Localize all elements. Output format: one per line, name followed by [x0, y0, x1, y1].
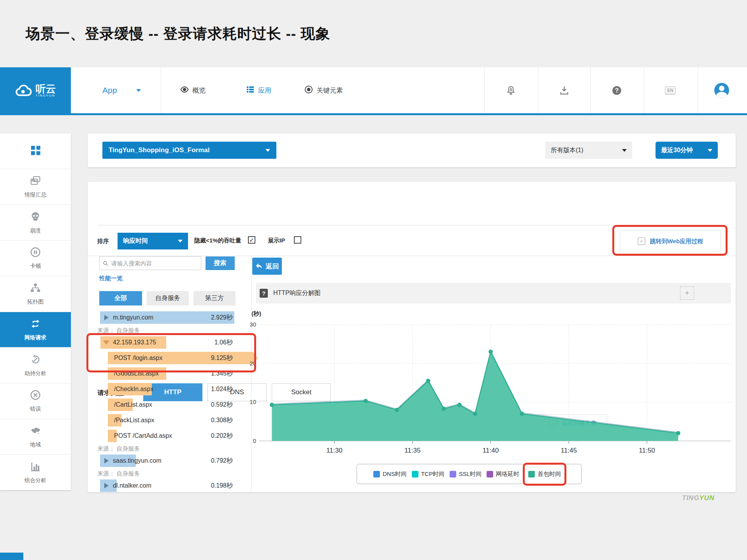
- sidebar: 情报汇总崩溃卡顿拓扑图网络请求劫持分析错误地域组合分析: [0, 133, 71, 490]
- sort-dropdown[interactable]: 响应时间: [118, 233, 188, 249]
- help-button[interactable]: ?: [609, 67, 624, 113]
- response-time-value: 0.592秒: [211, 401, 233, 409]
- sidebar-item-label: 崩溃: [30, 227, 41, 234]
- collapse-triangle-icon[interactable]: [103, 341, 109, 345]
- request-name: /CartList.aspx: [114, 401, 152, 408]
- legend-item-网络延时[interactable]: 网络延时: [487, 470, 519, 478]
- expand-triangle-icon[interactable]: [104, 483, 109, 488]
- app-selector-dropdown[interactable]: TingYun_Shopping_iOS_Formal: [102, 142, 276, 159]
- source-label: 来源： 自身服务: [97, 327, 236, 333]
- search-field[interactable]: [99, 256, 201, 270]
- back-button[interactable]: 返回: [252, 258, 282, 275]
- data-point-11:39: [473, 412, 477, 416]
- data-point-11:26: [270, 403, 274, 407]
- data-point-11:34: [395, 408, 399, 412]
- hide-throughput-checkbox[interactable]: ✓: [248, 236, 255, 244]
- request-name: saas.tingyun.com: [113, 457, 162, 464]
- chevron-down-icon: [178, 240, 183, 242]
- legend-item-SSL时间[interactable]: SSL时间: [450, 470, 482, 478]
- nav-item-label: 概览: [192, 86, 206, 95]
- legend-label: TCP时间: [421, 470, 445, 478]
- search-input[interactable]: [111, 260, 198, 267]
- sidebar-item-hijack-analysis[interactable]: 劫持分析: [0, 348, 71, 383]
- list-item--packlist-aspx[interactable]: /PackList.aspx0.308秒: [97, 414, 236, 427]
- area-first-packet-time: [272, 352, 678, 441]
- sidebar-item-network-request[interactable]: 网络请求: [0, 312, 71, 348]
- list-item-m-tingyun-com[interactable]: m.tingyun.com2.929秒: [97, 311, 236, 324]
- sidebar-item-label: 地域: [30, 441, 41, 448]
- nav-item-application[interactable]: 应用: [246, 67, 271, 113]
- divider: [97, 225, 726, 225]
- source-label: 来源： 自身服务: [97, 445, 236, 451]
- help-badge[interactable]: ?: [260, 289, 268, 298]
- hijack-icon: [30, 354, 41, 367]
- response-time-value: 2.929秒: [211, 314, 233, 322]
- sidebar-item-region[interactable]: 地域: [0, 419, 71, 455]
- show-ip-checkbox[interactable]: [294, 236, 301, 244]
- svg-text:A: A: [509, 87, 512, 91]
- sidebar-item-label: 错误: [30, 406, 41, 413]
- nav-item-overview[interactable]: 概览: [180, 67, 206, 113]
- app-menu[interactable]: App: [102, 67, 141, 113]
- page-title: 场景一、登录缓慢 -- 登录请求耗时过长 -- 现象: [26, 24, 330, 44]
- xtick-label-11:45: 11:45: [561, 447, 577, 454]
- windows-icon: [30, 175, 41, 188]
- scope-tab-1[interactable]: 自身服务: [147, 291, 189, 305]
- sidebar-item-crash[interactable]: 崩溃: [0, 205, 71, 241]
- download-icon: [559, 85, 569, 96]
- list-item--cartlist-aspx[interactable]: /CartList.aspx0.592秒: [97, 398, 236, 411]
- time-range-value: 最近30分钟: [661, 146, 693, 154]
- sidebar-item-dashboard-grid[interactable]: [0, 133, 71, 169]
- alerts-bell-button[interactable]: A: [503, 67, 519, 113]
- nav-divider: [590, 67, 591, 113]
- chevron-down-icon: [708, 149, 712, 152]
- search-button[interactable]: 搜索: [206, 256, 235, 270]
- expand-chart-button[interactable]: +: [680, 286, 694, 300]
- sidebar-item-label: 卡顿: [30, 263, 41, 270]
- list-item--checkin-aspx[interactable]: /CheckIn.aspx1.024秒: [97, 383, 236, 395]
- data-point-11:38: [457, 403, 462, 407]
- scope-tab-0[interactable]: 全部: [99, 291, 142, 305]
- jump-to-web-process-button[interactable]: + 跳转到Web应用过程: [620, 230, 721, 252]
- sidebar-item-intel-summary[interactable]: 情报汇总: [0, 169, 71, 205]
- language-button[interactable]: EN: [663, 67, 678, 113]
- list-item-saas-tingyun-com[interactable]: saas.tingyun.com0.792秒: [97, 455, 236, 467]
- svg-text:?: ?: [615, 87, 619, 94]
- download-button[interactable]: [556, 67, 572, 113]
- user-avatar[interactable]: [714, 67, 729, 113]
- chevron-down-icon: [136, 89, 141, 92]
- tingyun-logo[interactable]: 听云 TINGYUN: [0, 67, 71, 113]
- http-response-chart[interactable]: 0102030(秒)11:3011:3511:4011:4511:50: [234, 305, 734, 461]
- legend-item-TCP时间[interactable]: TCP时间: [412, 470, 445, 478]
- ytick-label-30: 30: [250, 321, 256, 328]
- sidebar-item-error[interactable]: 错误: [0, 383, 71, 419]
- time-range-dropdown[interactable]: 最近30分钟: [656, 142, 718, 159]
- legend-item-DNS时间[interactable]: DNS时间: [373, 470, 407, 478]
- legend-item-首包时间[interactable]: 首包时间: [528, 470, 561, 478]
- sidebar-item-lag[interactable]: 卡顿: [0, 241, 71, 276]
- list-item-dl-ntalker-com[interactable]: dl.ntalker.com0.198秒: [97, 479, 236, 492]
- sort-value: 响应时间: [123, 237, 148, 245]
- expand-triangle-icon[interactable]: [104, 458, 109, 463]
- legend-label: SSL时间: [459, 470, 482, 478]
- list-item-post-cartadd-aspx[interactable]: POST /CartAdd.aspx0.202秒: [97, 430, 236, 442]
- expand-triangle-icon[interactable]: [104, 315, 109, 320]
- legend-label: 网络延时: [496, 470, 519, 478]
- nav-item-key-elements[interactable]: 关键元素: [304, 67, 343, 113]
- sidebar-item-label: 劫持分析: [25, 370, 46, 377]
- version-selector-dropdown[interactable]: 所有版本(1): [545, 142, 632, 159]
- check-icon: ✓: [249, 237, 254, 244]
- response-time-value: 9.125秒: [211, 354, 233, 362]
- request-name: /CheckIn.aspx: [114, 386, 153, 393]
- legend-swatch: [373, 471, 380, 477]
- request-name: /PackList.aspx: [114, 417, 154, 424]
- performance-overview-link[interactable]: 性能一览: [99, 275, 123, 282]
- sidebar-item-topology[interactable]: 拓扑图: [0, 276, 71, 312]
- list-item-post-login-aspx[interactable]: POST /login.aspx9.125秒: [97, 352, 236, 364]
- list-item-42-159-193-175[interactable]: 42.159.193.1751.06秒: [97, 336, 236, 349]
- sidebar-item-combo-analysis[interactable]: 组合分析: [0, 455, 71, 490]
- scope-tab-2[interactable]: 第三方: [193, 291, 236, 305]
- chart-title-bar: ? HTTP响应分解图 +: [256, 283, 731, 304]
- list-item--goodslist-aspx[interactable]: /GoodsList.aspx1.345秒: [97, 367, 236, 380]
- data-point-11:32: [364, 399, 368, 403]
